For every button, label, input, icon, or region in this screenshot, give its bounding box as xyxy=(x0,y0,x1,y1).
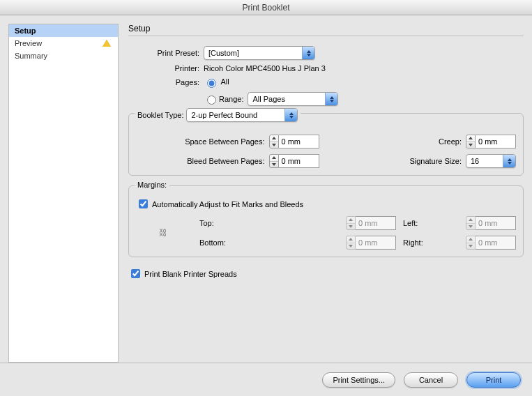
margins-legend: Margins: xyxy=(135,181,169,189)
bottom-input xyxy=(356,236,396,250)
bottom-label: Bottom: xyxy=(199,238,346,247)
bottom-stepper xyxy=(346,236,396,250)
right-label: Right: xyxy=(403,238,466,247)
select-arrows-icon xyxy=(284,109,297,121)
pages-range-select[interactable]: All Pages xyxy=(248,92,338,106)
booklet-group: Booklet Type: 2-up Perfect Bound Space B… xyxy=(128,113,524,176)
sig-label: Signature Size: xyxy=(396,157,466,165)
sidebar-item-setup[interactable]: Setup xyxy=(9,24,118,37)
select-arrows-icon xyxy=(325,93,337,105)
booklet-type-value: 2-up Perfect Bound xyxy=(187,111,284,119)
top-input xyxy=(356,216,396,230)
space-stepper[interactable] xyxy=(269,135,319,148)
print-blank-label: Print Blank Printer Spreads xyxy=(144,270,237,278)
dialog-footer: Print Settings... Cancel Print xyxy=(0,363,532,396)
print-button[interactable]: Print xyxy=(466,372,521,388)
creep-stepper[interactable] xyxy=(466,135,516,148)
right-stepper xyxy=(466,236,516,250)
left-label: Left: xyxy=(403,219,466,227)
select-arrows-icon xyxy=(302,47,314,59)
left-input xyxy=(476,216,516,230)
booklet-type-select[interactable]: 2-up Perfect Bound xyxy=(186,108,298,122)
space-label: Space Between Pages: xyxy=(165,137,269,146)
print-preset-value: [Custom] xyxy=(204,49,302,57)
bleed-stepper[interactable] xyxy=(269,154,319,168)
printer-label: Printer: xyxy=(128,64,204,73)
pages-range-text: Range: xyxy=(219,95,243,103)
booklet-legend: Booklet Type: 2-up Perfect Bound xyxy=(135,108,301,122)
print-preset-select[interactable]: [Custom] xyxy=(204,46,315,60)
sidebar-item-summary[interactable]: Summary xyxy=(9,50,118,62)
pages-all-radio[interactable]: All xyxy=(204,77,229,88)
window-title: Print Booklet xyxy=(0,0,532,15)
sidebar-item-label: Summary xyxy=(15,52,47,60)
pages-label: Pages: xyxy=(128,78,204,86)
signature-size-select[interactable]: 16 xyxy=(466,154,516,168)
main-panel: Setup Print Preset: [Custom] Printer: Ri… xyxy=(128,24,524,363)
auto-adjust-label: Automatically Adjust to Fit Marks and Bl… xyxy=(152,200,303,208)
creep-input[interactable] xyxy=(476,135,516,148)
left-stepper xyxy=(466,216,516,230)
auto-adjust-checkbox[interactable]: Automatically Adjust to Fit Marks and Bl… xyxy=(136,197,516,211)
signature-size-value: 16 xyxy=(466,157,503,165)
sidebar-item-label: Setup xyxy=(15,26,36,35)
chain-link-icon[interactable]: ⛓ xyxy=(159,227,170,238)
pages-range-radio-input[interactable] xyxy=(207,96,216,105)
pages-all-radio-input[interactable] xyxy=(207,79,216,88)
cancel-button[interactable]: Cancel xyxy=(404,372,458,388)
margins-legend-text: Margins: xyxy=(137,181,167,189)
booklet-legend-text: Booklet Type: xyxy=(137,111,183,119)
pages-range-radio[interactable]: Range: xyxy=(204,93,243,105)
bleed-label: Bleed Between Pages: xyxy=(165,157,269,165)
sidebar-item-preview[interactable]: Preview xyxy=(9,37,118,50)
right-input xyxy=(476,236,516,250)
space-input[interactable] xyxy=(279,135,319,148)
top-stepper xyxy=(346,216,396,230)
print-preset-label: Print Preset: xyxy=(128,49,204,57)
print-blank-input[interactable] xyxy=(131,269,140,278)
sidebar-item-label: Preview xyxy=(15,39,42,47)
pages-all-text: All xyxy=(220,77,229,86)
bleed-input[interactable] xyxy=(279,154,319,168)
dialog-content: Setup Preview Summary Setup Print Preset… xyxy=(0,15,532,363)
sidebar: Setup Preview Summary xyxy=(8,24,119,363)
top-label: Top: xyxy=(199,219,346,227)
auto-adjust-input[interactable] xyxy=(139,199,148,208)
print-settings-button[interactable]: Print Settings... xyxy=(322,372,395,388)
print-blank-checkbox[interactable]: Print Blank Printer Spreads xyxy=(128,267,524,280)
pages-range-value: All Pages xyxy=(248,95,325,103)
creep-label: Creep: xyxy=(396,137,466,146)
printer-value: Ricoh Color MPC4500 Hus J Plan 3 xyxy=(204,64,326,73)
warning-icon xyxy=(102,40,111,47)
panel-title: Setup xyxy=(128,24,524,36)
select-arrows-icon xyxy=(503,155,515,167)
margins-group: Margins: Automatically Adjust to Fit Mar… xyxy=(128,185,524,257)
